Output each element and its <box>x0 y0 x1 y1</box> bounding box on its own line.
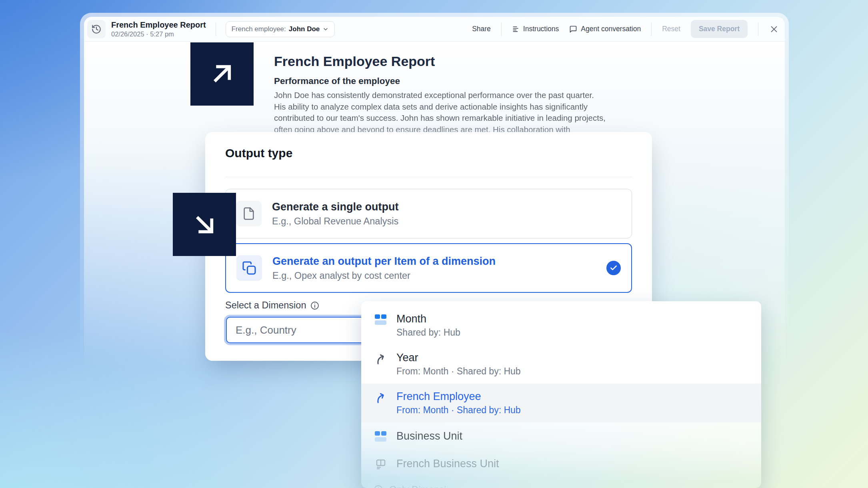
list-lines-icon <box>512 25 520 33</box>
dropdown-item-subtitle: Shared by: Hub <box>396 327 460 338</box>
agent-conversation-button[interactable]: Agent conversation <box>569 25 641 33</box>
arrow-up-right-icon <box>204 56 240 92</box>
instructions-label: Instructions <box>523 25 559 33</box>
option-single-output[interactable]: Generate a single output E.g., Global Re… <box>225 189 632 238</box>
dropdown-item-subtitle: From: Month · Shared by: Hub <box>396 366 521 377</box>
chevron-down-icon <box>322 26 329 32</box>
dropdown-item-title: French Employee <box>396 390 521 403</box>
report-timestamp: 02/26/2025 · 5:27 pm <box>111 31 206 38</box>
derived-arrow-icon <box>375 353 388 365</box>
modal-divider <box>225 177 632 177</box>
dimension-label-row: Select a Dimension <box>225 300 320 311</box>
save-report-button[interactable]: Save Report <box>691 20 748 38</box>
section-heading: Performance of the employee <box>274 76 400 86</box>
share-button[interactable]: Share <box>472 25 491 33</box>
dropdown-footer-text: Only Dimensi <box>389 484 446 488</box>
modal-title: Output type <box>225 146 632 160</box>
arrow-down-right-icon <box>187 207 222 242</box>
copy-pages-icon <box>236 255 262 281</box>
dimension-grid-icon <box>375 314 388 325</box>
header-divider <box>758 22 758 36</box>
dropdown-item-title: Business Unit <box>396 430 462 443</box>
header-divider <box>216 22 216 36</box>
header-divider <box>651 22 652 36</box>
close-icon[interactable] <box>770 25 778 34</box>
report-title-header: French Employee Report <box>111 21 206 29</box>
dropdown-item-title: Year <box>396 351 521 364</box>
dimension-dropdown-list: Month Shared by: Hub Year From: Month · … <box>361 301 761 488</box>
table-icon <box>375 458 388 470</box>
dimension-grid-icon <box>375 431 388 442</box>
info-icon[interactable] <box>310 301 320 310</box>
derived-arrow-icon <box>375 392 388 404</box>
employee-filter-label: French employee: <box>232 25 286 33</box>
dropdown-item-french-business-unit[interactable]: French Business Unit <box>361 450 761 478</box>
dropdown-item-subtitle: From: Month · Shared by: Hub <box>396 404 521 416</box>
employee-filter-value: John Doe <box>289 25 320 33</box>
option-title: Generate an output per Item of a dimensi… <box>272 255 496 268</box>
dropdown-item-business-unit[interactable]: Business Unit <box>361 422 761 450</box>
history-icon <box>91 24 102 34</box>
option-subtitle: E.g., Opex analyst by cost center <box>272 270 496 281</box>
selected-check-icon <box>606 261 621 275</box>
dropdown-item-month[interactable]: Month Shared by: Hub <box>361 306 761 345</box>
page-title: French Employee Report <box>274 54 435 69</box>
header-divider <box>501 22 502 36</box>
app-header: French Employee Report 02/26/2025 · 5:27… <box>84 17 785 42</box>
reset-button[interactable]: Reset <box>662 25 680 33</box>
arrow-down-right-tile <box>173 193 236 256</box>
instructions-button[interactable]: Instructions <box>512 25 559 33</box>
history-button[interactable] <box>87 20 106 38</box>
file-icon <box>236 201 262 226</box>
arrow-up-right-tile <box>190 42 254 106</box>
info-icon <box>373 484 384 488</box>
dropdown-item-title: Month <box>396 312 460 326</box>
option-per-dimension[interactable]: Generate an output per Item of a dimensi… <box>225 243 632 293</box>
dimension-label: Select a Dimension <box>225 300 306 311</box>
agent-conversation-label: Agent conversation <box>581 25 641 33</box>
dropdown-item-year[interactable]: Year From: Month · Shared by: Hub <box>361 345 761 384</box>
option-title: Generate a single output <box>272 200 399 214</box>
dropdown-footer-note: Only Dimensi <box>361 478 761 488</box>
employee-filter-dropdown[interactable]: French employee: John Doe <box>226 21 335 37</box>
speech-bubble-icon <box>569 25 577 33</box>
option-subtitle: E.g., Global Revenue Analysis <box>272 216 399 227</box>
dropdown-item-french-employee[interactable]: French Employee From: Month · Shared by:… <box>361 384 761 422</box>
dropdown-item-title: French Business Unit <box>396 457 499 470</box>
